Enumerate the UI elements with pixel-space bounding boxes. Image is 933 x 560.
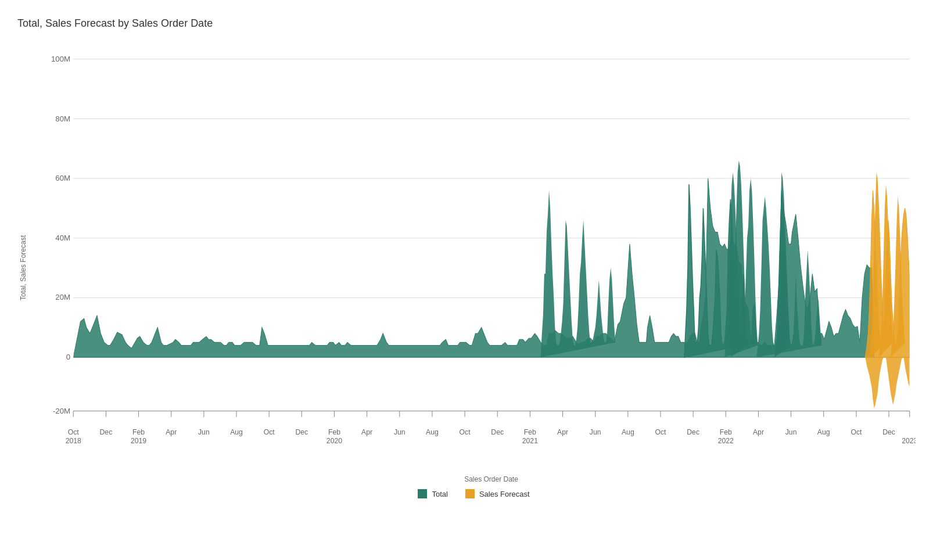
svg-text:2023: 2023 [902,437,916,445]
svg-text:Feb: Feb [720,428,732,436]
svg-text:Aug: Aug [230,428,243,436]
svg-rect-77 [465,489,475,498]
legend-item-forecast: Sales Forecast [465,489,530,498]
svg-text:2018: 2018 [66,437,81,445]
svg-text:Oct: Oct [264,428,275,436]
svg-text:Oct: Oct [460,428,471,436]
svg-text:Apr: Apr [166,428,177,436]
svg-text:Oct: Oct [68,428,80,436]
svg-text:Dec: Dec [100,428,113,436]
svg-text:Feb: Feb [132,428,145,436]
svg-text:Jun: Jun [394,428,406,436]
svg-text:Dec: Dec [295,428,308,436]
svg-text:Jun: Jun [590,428,601,436]
svg-text:Jun: Jun [198,428,210,436]
legend: Total Sales Forecast [32,489,916,498]
chart-inner: 100M 80M 60M 40M 20M 0 -20M [32,41,916,494]
svg-text:Aug: Aug [426,428,439,436]
svg-text:60M: 60M [55,174,70,182]
svg-text:Aug: Aug [622,428,634,436]
total-legend-swatch [418,489,427,498]
svg-text:Dec: Dec [882,428,895,436]
x-axis-label: Sales Order Date [67,475,916,483]
svg-text:2022: 2022 [718,437,734,445]
chart-area: Total, Sales Forecast [17,41,916,494]
svg-text:Dec: Dec [687,428,699,436]
svg-rect-76 [418,489,427,498]
svg-text:Dec: Dec [491,428,504,436]
main-chart-svg: 100M 80M 60M 40M 20M 0 -20M [38,41,916,471]
svg-text:-20M: -20M [53,407,70,415]
svg-text:Feb: Feb [524,428,536,436]
svg-text:2021: 2021 [522,437,538,445]
legend-label-forecast: Sales Forecast [479,490,530,498]
svg-text:Jun: Jun [785,428,797,436]
svg-text:Oct: Oct [655,428,666,436]
legend-label-total: Total [432,490,447,498]
svg-text:80M: 80M [55,114,70,123]
forecast-legend-swatch [465,489,475,498]
chart-container: Total, Sales Forecast by Sales Order Dat… [0,0,933,560]
svg-text:Apr: Apr [557,428,568,436]
svg-text:Apr: Apr [361,428,372,436]
chart-title: Total, Sales Forecast by Sales Order Dat… [17,17,916,30]
legend-item-total: Total [418,489,447,498]
svg-text:100M: 100M [51,55,70,63]
y-axis-label: Total, Sales Forecast [17,41,29,494]
svg-text:40M: 40M [55,234,70,242]
svg-text:Apr: Apr [753,428,764,436]
plot-area: 100M 80M 60M 40M 20M 0 -20M [38,41,916,471]
svg-text:Oct: Oct [851,428,862,436]
svg-text:2019: 2019 [131,437,146,445]
svg-text:Aug: Aug [817,428,830,436]
svg-text:0: 0 [66,353,70,361]
svg-text:20M: 20M [55,293,70,301]
svg-text:2020: 2020 [326,437,342,445]
svg-text:Feb: Feb [328,428,340,436]
